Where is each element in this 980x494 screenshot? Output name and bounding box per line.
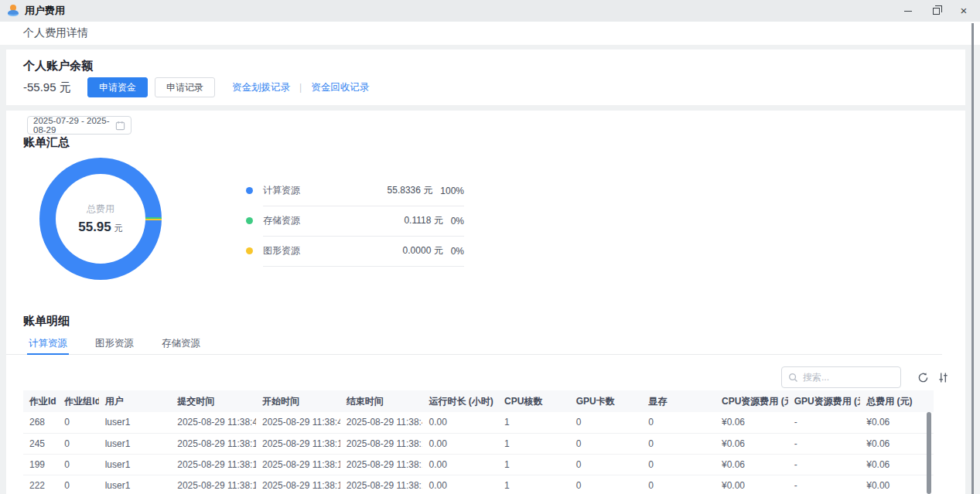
column-header-4: 开始时间 [256,390,340,412]
apply-records-button[interactable]: 申请记录 [155,77,215,97]
table-cell: 0 [58,433,98,454]
table-cell: ¥0.06 [860,433,934,454]
column-header-3: 提交时间 [171,390,256,412]
table-cell: 0.00 [422,454,498,475]
column-header-11: GPU资源费用 (元) [788,390,861,412]
tab-graphics[interactable]: 图形资源 [94,334,135,355]
link-divider: | [299,82,302,93]
column-header-9: 显存 [642,390,715,412]
table-cell: 0 [570,454,643,475]
column-header-7: CPU核数 [498,390,570,412]
table-search[interactable] [781,366,901,388]
table-cell: 0 [58,475,98,494]
table-cell: ¥0.06 [715,412,788,433]
table-cell: 0 [642,433,715,454]
table-cell: 0.00 [422,433,498,454]
table-cell: - [788,412,861,433]
legend-label: 存储资源 [263,214,300,227]
close-icon[interactable]: × [958,5,969,16]
table-cell: 0 [570,475,643,494]
table-cell: - [788,454,861,475]
bill-summary-title: 账单汇总 [23,135,70,150]
table-cell: 2025-08-29 11:38:12 [256,454,340,475]
column-header-6: 运行时长 (小时) [422,390,498,412]
bill-detail-title: 账单明细 [23,314,70,329]
table-cell: luser1 [99,475,172,494]
calendar-icon [115,121,125,131]
window-titlebar: 用户费用 × [0,0,980,22]
table-cell: 0.00 [422,475,498,494]
balance-title: 个人账户余额 [23,59,93,73]
table-row[interactable]: 2450luser12025-08-29 11:38:162025-08-29 … [23,433,934,454]
table-cell: - [788,475,861,494]
tab-storage[interactable]: 存储资源 [160,334,202,355]
window-scrollbar[interactable] [971,23,974,494]
fund-transfer-records-link[interactable]: 资金划拨记录 [232,81,290,94]
table-cell: 1 [498,412,570,433]
table-cell: 268 [23,412,58,433]
table-row[interactable]: 2680luser12025-08-29 11:38:402025-08-29 … [23,412,934,433]
legend-dot-icon [246,217,253,224]
table-cell: 2025-08-29 11:38:18 [340,433,423,454]
legend-item-graphics[interactable]: 存储资源0.1118 元0% [246,206,464,237]
table-cell: 1 [498,454,570,475]
table-cell: - [788,433,861,454]
table-cell: 0 [58,454,98,475]
balance-card: 个人账户余额 -55.95 元 申请资金 申请记录 资金划拨记录 | 资金回收记… [6,49,965,105]
table-header-row: 作业Id作业组Id用户提交时间开始时间结束时间运行时长 (小时)CPU核数GPU… [23,390,934,412]
table-cell: 0 [570,433,643,454]
table-row[interactable]: 2220luser12025-08-29 11:38:132025-08-29 … [23,475,934,494]
column-header-1: 作业组Id [58,390,98,412]
table-cell: 2025-08-29 11:38:40 [256,412,340,433]
table-cell: luser1 [99,412,172,433]
table-cell: 0 [58,412,98,433]
table-cell: 2025-08-29 11:38:13 [256,475,340,494]
table-cell: 199 [23,454,58,475]
refresh-icon[interactable] [916,370,930,384]
legend-item-compute[interactable]: 计算资源55.8336 元100% [246,176,464,206]
date-range-value: 2025-07-29 - 2025-08-29 [33,116,115,135]
fund-recovery-records-link[interactable]: 资金回收记录 [311,81,369,94]
tab-compute[interactable]: 计算资源 [27,334,69,355]
column-settings-icon[interactable] [936,370,950,384]
table-body: 2680luser12025-08-29 11:38:402025-08-29 … [23,412,934,494]
restore-icon[interactable] [930,5,941,16]
billing-card: 2025-07-29 - 2025-08-29 账单汇总 总费用 55.95元 … [6,111,965,494]
table-cell: luser1 [99,454,172,475]
table-cell: luser1 [99,433,172,454]
table-row[interactable]: 1990luser12025-08-29 11:38:112025-08-29 … [23,454,934,475]
table-cell: 0 [642,412,715,433]
page-title: 个人费用详情 [23,26,88,40]
search-input[interactable] [803,372,888,383]
table-cell: 0 [642,454,715,475]
date-range-picker[interactable]: 2025-07-29 - 2025-08-29 [27,116,131,135]
column-header-2: 用户 [99,390,172,412]
legend-label: 图形资源 [263,244,300,257]
donut-center-label: 总费用 [87,203,114,216]
legend-item-storage[interactable]: 图形资源0.0000 元0% [246,237,464,267]
donut-center-value: 55.95元 [78,220,123,235]
page-subheader: 个人费用详情 [0,22,980,45]
legend-value: 0.0000 元 [403,244,443,257]
table-cell: ¥0.06 [715,454,788,475]
detail-tabs: 计算资源图形资源存储资源 [6,334,942,355]
legend-value: 55.8336 元 [388,184,433,197]
column-header-10: CPU资源费用 (元) [715,390,788,412]
search-icon [788,373,798,383]
legend-percent: 0% [451,216,464,227]
table-cell: 2025-08-29 11:38:13 [340,475,423,494]
table-cell: 222 [23,475,58,494]
chart-legend: 计算资源55.8336 元100%存储资源0.1118 元0%图形资源0.000… [246,176,464,267]
table-cell: ¥0.00 [715,475,788,494]
window-title: 用户费用 [25,4,65,18]
legend-percent: 0% [451,246,464,257]
table-cell: 2025-08-29 11:38:16 [256,433,340,454]
table-cell: 2025-08-29 11:38:11 [171,454,256,475]
legend-percent: 100% [440,186,464,196]
table-cell: ¥0.00 [860,475,934,494]
table-cell: 0 [642,475,715,494]
table-scrollbar[interactable] [927,412,931,494]
apply-funds-button[interactable]: 申请资金 [87,77,148,97]
minimize-icon[interactable] [903,5,913,16]
table-cell: 0.00 [422,412,498,433]
